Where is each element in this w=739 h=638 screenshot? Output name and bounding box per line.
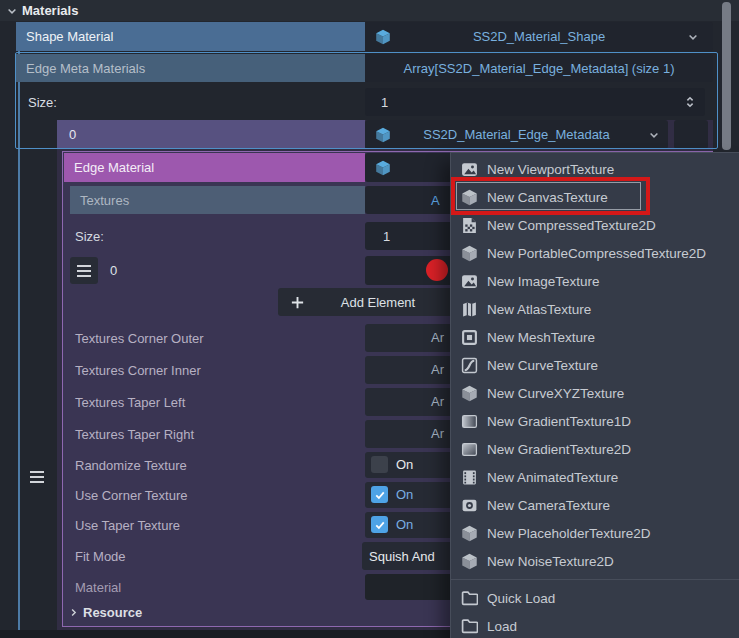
atlas-icon <box>461 301 478 318</box>
menu-item-label: New ImageTexture <box>487 274 600 289</box>
box-icon <box>461 245 478 262</box>
edge-meta-materials-value[interactable]: Array[SS2D_Material_Edge_Metadata] (size… <box>365 54 713 82</box>
menu-item-label: New CanvasTexture <box>487 190 608 205</box>
menu-item-label: New CameraTexture <box>487 498 610 513</box>
element-extra-button[interactable] <box>674 120 708 149</box>
prop-label: Textures Taper Right <box>75 420 355 448</box>
prop-label: Textures Corner Outer <box>75 324 355 352</box>
checkbox-unchecked[interactable] <box>371 456 388 473</box>
array-value-fragment: Ar <box>431 394 444 409</box>
menu-item-new-gradienttexture2d[interactable]: New GradientTexture2D <box>451 435 739 463</box>
checkbox-checked[interactable] <box>371 486 388 503</box>
spinner-updown-icon[interactable] <box>683 94 697 110</box>
gradient-2d-icon <box>461 441 478 458</box>
materials-section-header[interactable]: Materials <box>0 0 739 21</box>
image-icon <box>461 273 478 290</box>
textures-label: Textures <box>70 186 365 214</box>
box-icon <box>461 385 478 402</box>
menu-item-label: New AtlasTexture <box>487 302 591 317</box>
menu-item-new-gradienttexture1d[interactable]: New GradientTexture1D <box>451 407 739 435</box>
size-spinbox[interactable]: 1 <box>365 88 705 116</box>
chevron-down-icon <box>6 5 18 17</box>
menu-item-new-noisetexture2d[interactable]: New NoiseTexture2D <box>451 547 739 575</box>
fit-mode-label: Fit Mode <box>75 542 275 570</box>
menu-item-new-atlastexture[interactable]: New AtlasTexture <box>451 295 739 323</box>
menu-item-label: Load <box>487 619 517 634</box>
menu-item-label: New CurveTexture <box>487 358 598 373</box>
shape-material-label: Shape Material <box>16 22 365 51</box>
menu-item-new-curvexyztexture[interactable]: New CurveXYZTexture <box>451 379 739 407</box>
resource-box-icon <box>375 29 391 45</box>
array-value-fragment: A <box>431 193 440 208</box>
plus-icon <box>290 295 305 310</box>
chevron-down-icon <box>648 129 660 141</box>
array-value-fragment: Ar <box>431 362 444 377</box>
drag-handle-icon[interactable] <box>30 471 44 483</box>
prop-label: Textures Taper Left <box>75 388 355 416</box>
menu-item-new-animatedtexture[interactable]: New AnimatedTexture <box>451 463 739 491</box>
menu-item-label: Quick Load <box>487 591 555 606</box>
curve-icon <box>461 357 478 374</box>
resource-box-icon <box>375 127 391 143</box>
compressed-icon <box>461 217 478 234</box>
menu-item-label: New PlaceholderTexture2D <box>487 526 651 541</box>
box-icon <box>461 525 478 542</box>
gradient-1d-icon <box>461 413 478 430</box>
box-icon <box>461 189 478 206</box>
scrollbar[interactable] <box>722 2 731 150</box>
drag-handle-button[interactable] <box>70 257 98 284</box>
menu-item-load[interactable]: Load <box>451 612 739 638</box>
add-element-label: Add Element <box>341 295 415 310</box>
resource-name: SS2D_Material_Edge_Metadata <box>423 127 609 142</box>
size-value: 1 <box>381 95 388 110</box>
mesh-icon <box>461 329 478 346</box>
menu-item-new-meshtexture[interactable]: New MeshTexture <box>451 323 739 351</box>
menu-item-label: New GradientTexture1D <box>487 414 631 429</box>
menu-item-label: New NoiseTexture2D <box>487 554 614 569</box>
chevron-right-icon <box>68 607 79 618</box>
new-texture-popup-menu: New ViewportTexture New CanvasTexture Ne… <box>450 152 739 638</box>
array-element-0-value[interactable]: SS2D_Material_Edge_Metadata <box>365 120 668 149</box>
edge-meta-materials-label: Edge Meta Materials <box>16 54 365 82</box>
folder-icon <box>461 618 478 635</box>
menu-item-new-viewporttexture[interactable]: New ViewportTexture <box>451 155 739 183</box>
size-label: Size: <box>28 88 228 116</box>
folder-icon <box>461 590 478 607</box>
array-value: Array[SS2D_Material_Edge_Metadata] (size… <box>404 61 675 76</box>
menu-item-label: New CurveXYZTexture <box>487 386 624 401</box>
film-icon <box>461 469 478 486</box>
indent-guide <box>18 22 20 630</box>
menu-item-label: New CompressedTexture2D <box>487 218 656 233</box>
menu-item-new-curvetexture[interactable]: New CurveTexture <box>451 351 739 379</box>
menu-item-new-portablecompressedtexture2d[interactable]: New PortableCompressedTexture2D <box>451 239 739 267</box>
menu-item-quick-load[interactable]: Quick Load <box>451 584 739 612</box>
drag-handle-icon <box>77 265 91 277</box>
checkbox-checked[interactable] <box>371 516 388 533</box>
toggle-label: Use Corner Texture <box>75 482 355 508</box>
size-value: 1 <box>383 229 390 244</box>
menu-item-label: New MeshTexture <box>487 330 595 345</box>
menu-item-new-imagetexture[interactable]: New ImageTexture <box>451 267 739 295</box>
resource-section-header[interactable]: Resource <box>68 600 368 624</box>
size-label: Size: <box>75 222 275 250</box>
section-title: Materials <box>22 3 78 18</box>
toggle-state-label: On <box>396 487 413 502</box>
image-icon <box>461 161 478 178</box>
edge-material-label: Edge Material <box>64 153 365 182</box>
box-icon <box>461 553 478 570</box>
add-element-button[interactable]: Add Element <box>278 288 478 316</box>
menu-item-label: New PortableCompressedTexture2D <box>487 246 706 261</box>
camera-icon <box>461 497 478 514</box>
menu-item-new-cameratexture[interactable]: New CameraTexture <box>451 491 739 519</box>
menu-item-new-placeholdertexture2d[interactable]: New PlaceholderTexture2D <box>451 519 739 547</box>
toggle-state-label: On <box>396 517 413 532</box>
menu-item-new-compressedtexture2d[interactable]: New CompressedTexture2D <box>451 211 739 239</box>
fit-mode-value: Squish And <box>369 549 435 564</box>
menu-item-label: New AnimatedTexture <box>487 470 618 485</box>
chevron-down-icon <box>687 31 699 43</box>
menu-item-new-canvastexture[interactable]: New CanvasTexture <box>451 183 739 211</box>
toggle-state-label: On <box>396 457 413 472</box>
resource-name: SS2D_Material_Shape <box>473 29 605 44</box>
resource-section-label: Resource <box>83 605 142 620</box>
shape-material-value[interactable]: SS2D_Material_Shape <box>365 22 713 51</box>
